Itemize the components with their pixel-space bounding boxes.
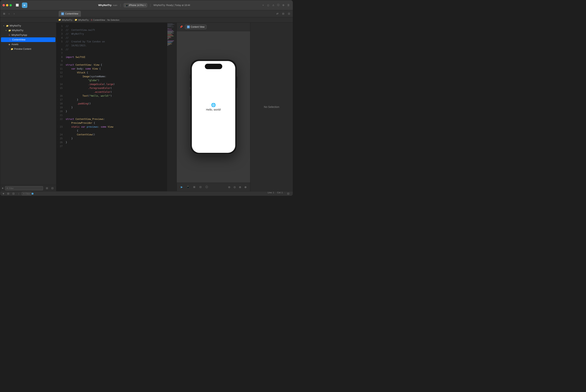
code-line-13b: "globe") bbox=[66, 78, 167, 82]
code-line-21 bbox=[66, 113, 167, 117]
preview-play-btn[interactable]: ▶ bbox=[179, 184, 185, 190]
status-right: Line: 1 Col: 1 ⊡ bbox=[268, 191, 290, 196]
preview-connect-btn[interactable]: ⊡ bbox=[198, 184, 203, 190]
filter-options-icon[interactable]: ⊡ bbox=[50, 186, 55, 190]
status-ctrl-icon[interactable]: ⊟ bbox=[6, 191, 11, 196]
device-selector[interactable]: 📱 iPhone 14 Pro ▾ bbox=[124, 3, 147, 7]
device-name: iPhone 14 Pro bbox=[129, 4, 144, 6]
preview-device-btn[interactable]: 📱 bbox=[185, 184, 191, 190]
preview-device-area: 🌐 Hello, world! bbox=[177, 31, 250, 183]
breadcrumb-bar: 📁 WhyNotTry › 📁 WhyNotTry › S ContentVie… bbox=[0, 17, 293, 23]
status-indicators bbox=[32, 193, 34, 195]
code-line-3: // WhyNotTry bbox=[66, 32, 167, 36]
iphone-side-button bbox=[236, 76, 237, 88]
status-right-icon[interactable]: ⊡ bbox=[286, 191, 290, 196]
preview-panel: 📌 S Content View 🌐 Hello, world! bbox=[177, 23, 250, 191]
bookmark-icon[interactable]: ◻ bbox=[266, 3, 270, 7]
add-file-icon[interactable]: + bbox=[261, 3, 265, 7]
breadcrumb-whynottry2[interactable]: 📁 WhyNotTry bbox=[75, 18, 89, 21]
pin-button[interactable]: 📌 bbox=[179, 25, 183, 29]
info-icon[interactable]: ⓘ bbox=[276, 3, 280, 7]
status-left: + ⊟ ⊡ | ⊕ Filter bbox=[3, 191, 32, 196]
breadcrumb-whynottry1[interactable]: 📁 WhyNotTry bbox=[58, 18, 73, 21]
status-layout-icon[interactable]: ⊡ bbox=[11, 191, 16, 196]
contentview-tab[interactable]: S ContentView bbox=[59, 11, 81, 17]
sidebar-footer-actions: ⊟ ⊡ bbox=[45, 186, 55, 190]
code-line-27 bbox=[66, 144, 167, 148]
chevron-right-icon: › bbox=[8, 48, 10, 50]
folder-icon: 📁 bbox=[58, 18, 61, 21]
code-line-8: import SwiftUI bbox=[66, 55, 167, 59]
zoom-actual-btn[interactable]: ⊚ bbox=[238, 185, 242, 190]
sidebar-toggle-icon[interactable]: ⬜ bbox=[15, 3, 20, 8]
nav-back-btn[interactable]: ‹ bbox=[7, 12, 12, 16]
preview-zoom-controls: ⊖ ⊙ ⊚ ⊕ bbox=[227, 185, 248, 190]
code-line-23b: { bbox=[66, 129, 167, 133]
sidebar-item-app[interactable]: S WhyNotTryApp bbox=[0, 33, 56, 38]
no-selection-label: No Selection bbox=[264, 105, 279, 108]
warning-icon[interactable]: ⚠ bbox=[271, 3, 275, 7]
swift-file-icon: S bbox=[91, 19, 92, 21]
sidebar-item-contentview[interactable]: S ContentView bbox=[1, 38, 56, 42]
iphone-mockup: 🌐 Hello, world! bbox=[190, 60, 237, 154]
sidebar-item-group[interactable]: ▾ 📁 WhyNotTry bbox=[0, 28, 56, 33]
split-horizontal-icon[interactable]: ⇄ bbox=[275, 12, 280, 16]
run-button[interactable] bbox=[22, 2, 27, 8]
code-line-25: } bbox=[66, 136, 167, 140]
preview-info-btn[interactable]: ⓘ bbox=[204, 184, 209, 190]
code-line-1: // bbox=[66, 24, 167, 28]
minimize-button[interactable] bbox=[6, 4, 8, 6]
iphone-screen: 🌐 Hello, world! bbox=[192, 61, 235, 153]
inspector-toggle-icon[interactable]: ☰ bbox=[286, 3, 290, 7]
code-line-2: // ContentView.swift bbox=[66, 28, 167, 32]
preview-grid-btn[interactable]: ⊞ bbox=[192, 184, 197, 190]
close-button[interactable] bbox=[3, 4, 5, 6]
titlebar-right-tools: + ◻ ⚠ ⓘ ⚙ ☰ bbox=[261, 3, 290, 7]
status-sep: | bbox=[19, 192, 19, 195]
breadcrumb-no-selection[interactable]: No Selection bbox=[107, 19, 119, 21]
sidebar-item-assets[interactable]: ◈ Assets bbox=[0, 42, 56, 47]
code-editor[interactable]: 1 2 3 4 5 6 7 8 9 10 11 12 13 14 15 16 1… bbox=[56, 23, 177, 191]
code-line-11: var body: some View { bbox=[66, 67, 167, 71]
settings-icon[interactable]: ⚙ bbox=[281, 3, 285, 7]
zoom-in-btn[interactable]: ⊕ bbox=[243, 185, 248, 190]
code-line-22b: PreviewProvider { bbox=[66, 121, 167, 125]
sort-icon[interactable]: ⊟ bbox=[45, 186, 49, 190]
tab-bar: S ContentView bbox=[59, 11, 274, 17]
code-line-14: .imageScale(.large) bbox=[66, 82, 167, 86]
sidebar-item-root[interactable]: ▾ 📁 WhyNotTry bbox=[0, 24, 56, 28]
add-file-button[interactable]: + bbox=[2, 186, 4, 190]
preview-footer-tools: ▶ 📱 ⊞ ⊡ ⓘ bbox=[179, 184, 209, 190]
code-line-6: // bbox=[66, 48, 167, 51]
zoom-out-btn[interactable]: ⊖ bbox=[227, 185, 232, 190]
preview-header: 📌 S Content View bbox=[177, 23, 250, 31]
bc-sep-3: › bbox=[106, 19, 106, 21]
zoom-fit-btn[interactable]: ⊙ bbox=[232, 185, 237, 190]
filter-search-icon: ⊕ bbox=[23, 192, 25, 195]
code-line-7 bbox=[66, 51, 167, 55]
preview-content-label: Preview Content bbox=[14, 48, 31, 50]
status-dot bbox=[32, 193, 34, 195]
code-line-12: VStack { bbox=[66, 71, 167, 74]
filter-placeholder: Filter bbox=[9, 187, 14, 190]
content-view-badge[interactable]: S Content View bbox=[185, 24, 207, 29]
code-line-13a: Image(systemName: bbox=[66, 74, 167, 78]
preview-folder-icon: 📁 bbox=[11, 48, 13, 50]
root-label: WhyNotTry bbox=[10, 24, 21, 27]
status-add-btn[interactable]: + bbox=[3, 192, 4, 196]
folder-icon-2: 📁 bbox=[75, 18, 77, 21]
filter-wrapper: ⊕ Filter bbox=[22, 192, 32, 196]
bc-sep-1: › bbox=[73, 19, 74, 21]
editor-options-icon[interactable]: ⊟ bbox=[281, 12, 285, 16]
main-content: ▾ 📁 WhyNotTry ▾ 📁 WhyNotTry S WhyNotTryA… bbox=[0, 23, 293, 191]
maximize-button[interactable] bbox=[10, 4, 12, 6]
breadcrumb-contentview[interactable]: S ContentView bbox=[91, 19, 105, 21]
nav-forward-btn[interactable]: › bbox=[12, 12, 17, 16]
canvas-icon[interactable]: ⊡ bbox=[287, 12, 291, 16]
hello-world-text: Hello, world! bbox=[206, 108, 221, 111]
minimap-lines bbox=[167, 23, 177, 47]
code-content[interactable]: // // ContentView.swift // WhyNotTry // … bbox=[64, 23, 167, 191]
xcode-window: ⬜ WhyNotTry main | 📱 iPhone 14 Pro ▾ | W… bbox=[0, 0, 293, 196]
grid-view-icon[interactable]: ⊞ bbox=[2, 12, 7, 16]
sidebar-item-preview-content[interactable]: › 📁 Preview Content bbox=[0, 47, 56, 51]
